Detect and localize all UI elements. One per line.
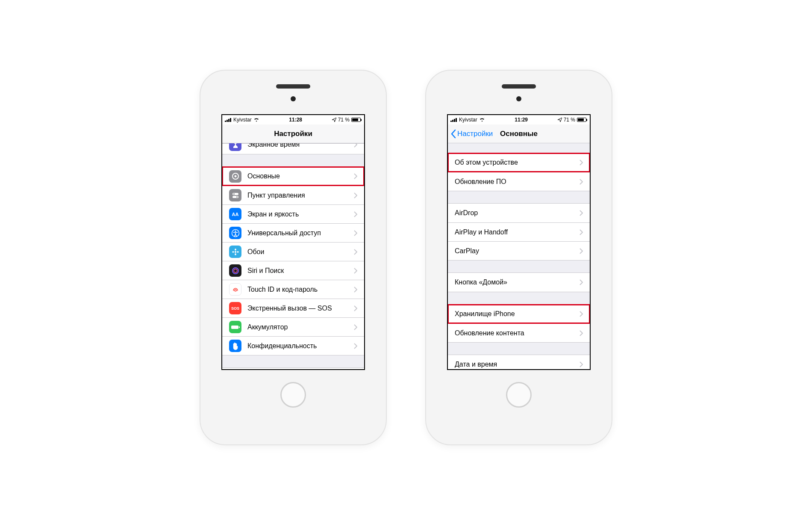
carrier-label: Kyivstar bbox=[459, 117, 477, 123]
phone-camera bbox=[291, 96, 296, 101]
row-airdrop[interactable]: AirDrop bbox=[448, 204, 590, 222]
chevron-right-icon bbox=[354, 324, 358, 331]
svg-rect-24 bbox=[454, 119, 455, 122]
chevron-right-icon bbox=[580, 229, 584, 236]
screen-right: Kyivstar 11:29 71 % Настройки О bbox=[447, 114, 591, 370]
row-about[interactable]: Об этом устройстве bbox=[448, 153, 590, 172]
chevron-right-icon bbox=[354, 143, 358, 148]
battery-icon bbox=[351, 118, 362, 122]
row-label: Кнопка «Домой» bbox=[455, 278, 580, 286]
row-home-button[interactable]: Кнопка «Домой» bbox=[448, 273, 590, 292]
row-privacy[interactable]: Конфиденциальность bbox=[222, 336, 364, 355]
svg-point-8 bbox=[233, 193, 234, 194]
battery-row-icon bbox=[229, 321, 241, 333]
svg-point-5 bbox=[234, 175, 236, 178]
row-background-refresh[interactable]: Обновление контента bbox=[448, 323, 590, 342]
nav-bar: Настройки Основные bbox=[448, 124, 590, 143]
chevron-right-icon bbox=[354, 286, 358, 293]
svg-point-12 bbox=[235, 251, 236, 253]
carrier-label: Kyivstar bbox=[233, 117, 252, 123]
row-label: Дата и время bbox=[455, 361, 580, 368]
row-label: Аккумулятор bbox=[247, 323, 354, 331]
clock-label: 11:29 bbox=[515, 117, 528, 123]
svg-rect-3 bbox=[230, 118, 231, 122]
chevron-right-icon bbox=[354, 343, 358, 349]
row-label: AirDrop bbox=[455, 209, 580, 217]
row-label: Обновление ПО bbox=[455, 178, 580, 186]
svg-point-15 bbox=[232, 251, 234, 253]
row-screen-time[interactable]: Экранное время bbox=[222, 143, 364, 154]
row-battery[interactable]: Аккумулятор bbox=[222, 317, 364, 336]
home-button[interactable] bbox=[506, 382, 532, 408]
aa-label: AA bbox=[232, 212, 239, 217]
svg-point-13 bbox=[235, 249, 236, 250]
svg-rect-19 bbox=[231, 326, 238, 329]
svg-rect-0 bbox=[225, 121, 226, 122]
hand-icon bbox=[229, 340, 241, 352]
row-label: Экстренный вызов — SOS bbox=[247, 305, 354, 312]
row-touchid[interactable]: Touch ID и код-пароль bbox=[222, 280, 364, 299]
home-button[interactable] bbox=[280, 382, 306, 408]
battery-icon bbox=[577, 118, 587, 122]
row-carplay[interactable]: CarPlay bbox=[448, 241, 590, 260]
svg-point-11 bbox=[235, 230, 236, 231]
gear-icon bbox=[229, 170, 241, 183]
settings-list[interactable]: Экранное время Основные Пункт у bbox=[222, 143, 364, 369]
row-wallpaper[interactable]: Обои bbox=[222, 242, 364, 261]
chevron-right-icon bbox=[580, 361, 584, 368]
svg-rect-23 bbox=[452, 120, 453, 122]
row-label: Обои bbox=[247, 248, 354, 256]
row-label: Обновление контента bbox=[455, 329, 580, 337]
chevron-right-icon bbox=[580, 210, 584, 216]
row-label: Пункт управления bbox=[247, 192, 354, 199]
nav-bar: Настройки bbox=[222, 124, 364, 143]
phone-camera bbox=[516, 96, 521, 101]
general-list[interactable]: Об этом устройстве Обновление ПО AirDrop… bbox=[448, 143, 590, 369]
sos-text: SOS bbox=[231, 306, 239, 311]
chevron-right-icon bbox=[580, 178, 584, 185]
svg-point-16 bbox=[237, 251, 238, 253]
svg-point-14 bbox=[235, 253, 236, 255]
chevron-right-icon bbox=[580, 279, 584, 286]
row-label: Siri и Поиск bbox=[247, 267, 354, 275]
siri-icon bbox=[229, 264, 241, 277]
row-software-update[interactable]: Обновление ПО bbox=[448, 172, 590, 191]
row-airplay[interactable]: AirPlay и Handoff bbox=[448, 222, 590, 241]
status-bar: Kyivstar 11:28 71 % bbox=[222, 115, 364, 124]
fingerprint-icon bbox=[229, 283, 241, 296]
wifi-icon bbox=[253, 118, 259, 122]
row-sos[interactable]: SOS Экстренный вызов — SOS bbox=[222, 299, 364, 317]
back-button[interactable]: Настройки bbox=[450, 124, 493, 143]
flower-icon bbox=[229, 246, 241, 258]
row-storage[interactable]: Хранилище iPhone bbox=[448, 305, 590, 323]
svg-rect-20 bbox=[239, 326, 240, 328]
chevron-right-icon bbox=[580, 311, 584, 317]
row-general[interactable]: Основные bbox=[222, 167, 364, 186]
phone-speaker bbox=[502, 84, 536, 89]
row-label: CarPlay bbox=[455, 247, 580, 255]
row-itunes[interactable]: iTunes Store и App Store bbox=[222, 368, 364, 369]
chevron-left-icon bbox=[450, 129, 456, 139]
wifi-icon bbox=[479, 118, 485, 122]
screen-left: Kyivstar 11:28 71 % Настройки bbox=[221, 114, 365, 370]
svg-point-17 bbox=[232, 268, 238, 274]
row-siri[interactable]: Siri и Поиск bbox=[222, 261, 364, 280]
chevron-right-icon bbox=[354, 211, 358, 218]
row-label: Экран и яркость bbox=[247, 210, 354, 218]
svg-rect-1 bbox=[227, 120, 228, 122]
chevron-right-icon bbox=[580, 330, 584, 337]
row-control-center[interactable]: Пункт управления bbox=[222, 186, 364, 204]
svg-rect-22 bbox=[450, 121, 452, 122]
row-date-time[interactable]: Дата и время bbox=[448, 355, 590, 369]
location-icon bbox=[558, 118, 562, 122]
row-display[interactable]: AA Экран и яркость bbox=[222, 204, 364, 223]
sos-icon: SOS bbox=[229, 302, 241, 314]
svg-rect-2 bbox=[228, 119, 229, 122]
location-icon bbox=[332, 118, 336, 122]
nav-title: Основные bbox=[500, 130, 538, 138]
row-accessibility[interactable]: Универсальный доступ bbox=[222, 223, 364, 242]
row-label: AirPlay и Handoff bbox=[455, 228, 580, 236]
row-label: Хранилище iPhone bbox=[455, 310, 580, 318]
row-label: Touch ID и код-пароль bbox=[247, 286, 354, 293]
row-label: Конфиденциальность bbox=[247, 342, 354, 350]
